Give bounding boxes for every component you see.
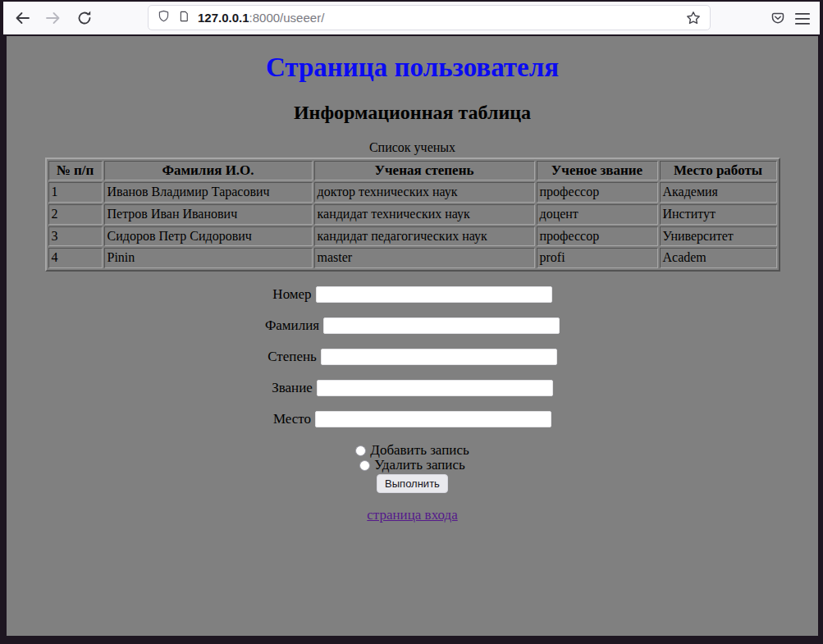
- table-cell: кандидат технических наук: [314, 204, 535, 225]
- page-subtitle: Информационная таблица: [7, 102, 818, 124]
- text-input[interactable]: [323, 317, 560, 334]
- field-label: Фамилия: [265, 317, 319, 333]
- table-cell: profi: [537, 248, 658, 268]
- form-radios: Добавить записьУдалить запись: [7, 443, 818, 473]
- form-row: Место: [7, 411, 818, 427]
- login-page-link[interactable]: страница входа: [367, 507, 457, 523]
- reload-icon[interactable]: [75, 9, 94, 27]
- button-row: Выполнить: [7, 474, 818, 493]
- column-header: Место работы: [660, 161, 777, 180]
- table-caption: Список ученых: [45, 140, 780, 158]
- field-label: Место: [273, 411, 311, 427]
- column-header: Фамилия И.О.: [104, 161, 313, 180]
- bookmark-star-icon[interactable]: [685, 10, 702, 26]
- form-row: Степень: [7, 349, 818, 365]
- radio-button[interactable]: [355, 445, 366, 456]
- table-body: 1Иванов Владимир Тарасовичдоктор техниче…: [48, 182, 777, 268]
- text-input[interactable]: [315, 411, 551, 427]
- radio-button[interactable]: [359, 460, 370, 471]
- url-text: 127.0.0.1:8000/useeer/: [198, 11, 324, 25]
- radio-label: Добавить запись: [370, 442, 469, 458]
- radio-label: Удалить запись: [374, 457, 465, 473]
- shield-icon[interactable]: [157, 9, 171, 27]
- table-cell: кандидат педагогических наук: [314, 226, 535, 247]
- execute-button[interactable]: Выполнить: [377, 474, 448, 493]
- table-row: 2Петров Иван Ивановичкандидат технически…: [48, 204, 777, 225]
- browser-toolbar: 127.0.0.1:8000/useeer/: [3, 2, 820, 34]
- back-icon[interactable]: [13, 9, 31, 27]
- field-label: Номер: [272, 286, 311, 302]
- pocket-icon[interactable]: [770, 11, 786, 27]
- form-row: Звание: [7, 380, 818, 396]
- url-host: 127.0.0.1: [198, 11, 249, 25]
- table-row: 4PininmasterprofiAcadem: [48, 248, 777, 268]
- page-title: Страница пользователя: [7, 53, 818, 84]
- page-info-icon[interactable]: [178, 9, 190, 27]
- page-content: Страница пользователя Информационная таб…: [7, 36, 818, 636]
- table-cell: Академия: [660, 182, 777, 203]
- text-input[interactable]: [317, 380, 553, 396]
- link-row: страница входа: [7, 507, 818, 523]
- radio-row: Удалить запись: [7, 458, 818, 473]
- forward-icon[interactable]: [44, 9, 62, 27]
- radio-row: Добавить запись: [7, 443, 818, 458]
- table-cell: Сидоров Петр Сидорович: [104, 226, 313, 247]
- table-wrapper: Список ученых № п/пФамилия И.О.Ученая ст…: [7, 140, 818, 272]
- table-cell: доктор технических наук: [314, 182, 535, 203]
- table-row: 3Сидоров Петр Сидоровичкандидат педагоги…: [48, 226, 777, 247]
- table-header-row: № п/пФамилия И.О.Ученая степеньУченое зв…: [48, 161, 777, 180]
- field-label: Звание: [272, 380, 313, 395]
- table-cell: 3: [48, 226, 103, 247]
- table-cell: Иванов Владимир Тарасович: [104, 182, 313, 203]
- table-cell: Петров Иван Иванович: [104, 204, 313, 225]
- table-cell: 2: [48, 204, 103, 225]
- column-header: Ученая степень: [314, 161, 535, 180]
- column-header: Ученое звание: [537, 161, 658, 180]
- hamburger-menu-icon[interactable]: [793, 11, 812, 26]
- column-header: № п/п: [48, 161, 103, 180]
- table-cell: master: [314, 248, 535, 268]
- table-cell: доцент: [537, 204, 658, 225]
- url-bar[interactable]: 127.0.0.1:8000/useeer/: [148, 5, 711, 30]
- url-path: :8000/useeer/: [249, 11, 325, 25]
- form-row: Номер: [7, 286, 818, 303]
- table-cell: профессор: [537, 182, 658, 203]
- table-cell: Pinin: [104, 248, 313, 268]
- table-cell: Институт: [660, 204, 777, 225]
- scientists-table: Список ученых № п/пФамилия И.О.Ученая ст…: [45, 140, 780, 272]
- table-cell: Academ: [660, 248, 777, 268]
- table-cell: 1: [48, 182, 103, 203]
- text-input[interactable]: [316, 286, 552, 303]
- field-label: Степень: [267, 349, 317, 364]
- form-fields: НомерФамилияСтепеньЗваниеМесто: [7, 286, 818, 427]
- text-input[interactable]: [321, 349, 557, 365]
- table-row: 1Иванов Владимир Тарасовичдоктор техниче…: [48, 182, 777, 203]
- form-row: Фамилия: [7, 317, 818, 334]
- record-form: НомерФамилияСтепеньЗваниеМесто Добавить …: [7, 286, 818, 493]
- table-cell: Университет: [660, 226, 777, 247]
- table-cell: 4: [48, 248, 103, 268]
- table-cell: профессор: [537, 226, 658, 247]
